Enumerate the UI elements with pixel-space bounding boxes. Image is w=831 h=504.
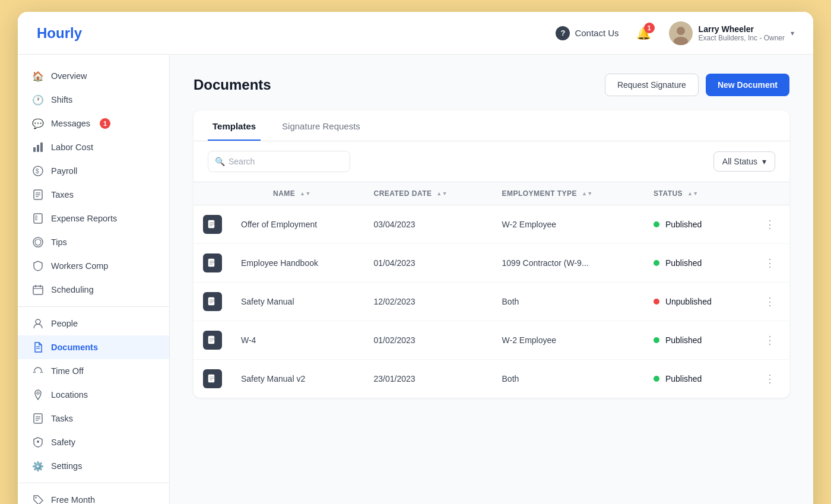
row-status: Published	[644, 244, 750, 283]
status-label: Published	[665, 220, 702, 229]
app-window: Hourly ? Contact Us 🔔 1 Larry Wheeler Ex…	[18, 12, 813, 504]
sidebar-label-settings: Settings	[51, 461, 82, 471]
row-employment-type: 1099 Contractor (W-9...	[493, 244, 644, 283]
search-input[interactable]	[208, 151, 350, 172]
people-icon	[32, 318, 44, 329]
th-employment-type: EMPLOYMENT TYPE ▲▼	[493, 182, 644, 205]
table-row[interactable]: Safety Manual 12/02/2023 Both Unpublishe…	[194, 283, 789, 321]
svg-rect-5	[40, 142, 43, 152]
row-status: Unpublished	[644, 283, 750, 321]
th-icon	[194, 182, 231, 205]
documents-icon	[32, 341, 44, 353]
svg-point-31	[35, 497, 36, 498]
row-menu-button[interactable]: ⋮	[760, 293, 780, 310]
status-dot	[654, 299, 659, 305]
sidebar-item-shifts[interactable]: 🕐 Shifts	[18, 88, 169, 112]
sidebar-item-overview[interactable]: 🏠 Overview	[18, 64, 169, 88]
row-menu-cell: ⋮	[750, 244, 789, 283]
location-icon	[32, 389, 44, 401]
table-row[interactable]: Safety Manual v2 23/01/2023 Both Publish…	[194, 360, 789, 398]
messages-badge: 1	[100, 118, 110, 129]
row-icon-cell	[194, 244, 231, 283]
th-created-date: CREATED DATE ▲▼	[364, 182, 492, 205]
row-menu-button[interactable]: ⋮	[760, 370, 780, 388]
sidebar-item-tips[interactable]: Tips	[18, 230, 169, 254]
row-icon-cell	[194, 321, 231, 360]
svg-point-30	[37, 440, 39, 443]
sidebar-item-labor-cost[interactable]: Labor Cost	[18, 135, 169, 159]
sidebar-item-documents[interactable]: Documents	[18, 335, 169, 359]
avatar	[669, 21, 693, 45]
svg-point-22	[36, 319, 40, 324]
request-signature-button[interactable]: Request Signature	[605, 74, 699, 96]
tag-icon	[32, 494, 44, 504]
sidebar-label-labor-cost: Labor Cost	[51, 142, 93, 152]
status-dot	[654, 221, 659, 227]
search-icon: 🔍	[215, 157, 225, 166]
sidebar-item-messages[interactable]: 💬 Messages 1	[18, 112, 169, 135]
sidebar-label-workers-comp: Workers Comp	[51, 261, 108, 271]
contact-us-button[interactable]: ? Contact Us	[556, 26, 619, 40]
sidebar-item-free-month[interactable]: Free Month	[18, 488, 169, 504]
status-label: Unpublished	[665, 297, 712, 306]
sort-status[interactable]: ▲▼	[687, 191, 699, 196]
sidebar-label-expense-reports: Expense Reports	[51, 214, 117, 223]
new-document-button[interactable]: New Document	[706, 74, 789, 96]
sidebar-item-workers-comp[interactable]: Workers Comp	[18, 254, 169, 278]
sort-created-date[interactable]: ▲▼	[436, 191, 448, 196]
tab-signature-requests[interactable]: Signature Requests	[277, 110, 365, 141]
sidebar-label-free-month: Free Month	[51, 495, 95, 504]
table-row[interactable]: Employee Handbook 01/04/2023 1099 Contra…	[194, 244, 789, 283]
sidebar-item-tasks[interactable]: Tasks	[18, 407, 169, 430]
svg-rect-4	[37, 145, 39, 152]
row-created-date: 03/04/2023	[364, 205, 492, 244]
clock-icon: 🕐	[32, 94, 44, 106]
time-off-icon	[32, 365, 44, 377]
sidebar-label-tips: Tips	[51, 237, 67, 247]
sidebar-item-time-off[interactable]: Time Off	[18, 359, 169, 383]
status-dot	[654, 337, 659, 343]
payroll-icon: $	[32, 165, 44, 177]
sort-employment-type[interactable]: ▲▼	[582, 191, 593, 196]
tabs-bar: Templates Signature Requests	[194, 110, 789, 141]
doc-file-icon	[203, 331, 222, 350]
sidebar-item-payroll[interactable]: $ Payroll	[18, 159, 169, 183]
sidebar-label-time-off: Time Off	[51, 366, 84, 376]
documents-card: Templates Signature Requests 🔍 All Statu…	[194, 110, 789, 398]
status-filter-dropdown[interactable]: All Status ▾	[713, 151, 775, 172]
notification-button[interactable]: 🔔 1	[633, 23, 655, 44]
row-menu-button[interactable]: ⋮	[760, 331, 780, 349]
row-employment-type: W-2 Employee	[493, 321, 644, 360]
sidebar-item-expense-reports[interactable]: Expense Reports	[18, 207, 169, 230]
sidebar-divider-2	[18, 483, 169, 483]
sidebar-item-settings[interactable]: ⚙️ Settings	[18, 454, 169, 478]
sort-name[interactable]: ▲▼	[300, 191, 311, 196]
status-filter-label: All Status	[722, 157, 757, 166]
tab-templates[interactable]: Templates	[208, 110, 261, 141]
user-menu[interactable]: Larry Wheeler Exact Builders, Inc - Owne…	[669, 21, 794, 45]
status-filter-arrow: ▾	[762, 157, 766, 166]
sidebar-label-messages: Messages	[51, 119, 90, 128]
table-toolbar: 🔍 All Status ▾	[194, 141, 789, 182]
row-menu-button[interactable]: ⋮	[760, 254, 780, 272]
expense-icon	[32, 213, 44, 224]
svg-point-25	[37, 392, 39, 394]
main-layout: 🏠 Overview 🕐 Shifts 💬 Messages 1 Labor C…	[18, 55, 813, 504]
th-name: NAME ▲▼	[231, 182, 364, 205]
sidebar-item-taxes[interactable]: Taxes	[18, 183, 169, 207]
row-employment-type: W-2 Employee	[493, 205, 644, 244]
sidebar-item-locations[interactable]: Locations	[18, 383, 169, 407]
sidebar-divider-1	[18, 306, 169, 307]
row-menu-cell: ⋮	[750, 360, 789, 398]
sidebar-item-people[interactable]: People	[18, 312, 169, 335]
row-menu-cell: ⋮	[750, 205, 789, 244]
row-created-date: 23/01/2023	[364, 360, 492, 398]
table-row[interactable]: Offer of Employment 03/04/2023 W-2 Emplo…	[194, 205, 789, 244]
row-menu-cell: ⋮	[750, 283, 789, 321]
table-row[interactable]: W-4 01/02/2023 W-2 Employee Published ⋮	[194, 321, 789, 360]
sidebar-label-locations: Locations	[51, 390, 88, 400]
sidebar-item-scheduling[interactable]: Scheduling	[18, 278, 169, 302]
search-wrap: 🔍	[208, 151, 350, 172]
sidebar-item-safety[interactable]: Safety	[18, 430, 169, 454]
row-menu-button[interactable]: ⋮	[760, 215, 780, 233]
